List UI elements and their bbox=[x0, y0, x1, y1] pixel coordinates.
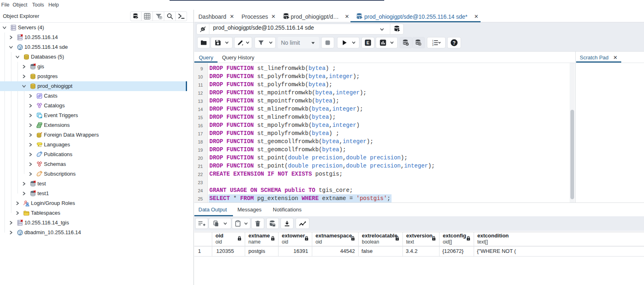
svg-text:E: E bbox=[366, 40, 369, 45]
svg-text:?: ? bbox=[453, 40, 455, 46]
svg-text:3: 3 bbox=[432, 44, 433, 46]
